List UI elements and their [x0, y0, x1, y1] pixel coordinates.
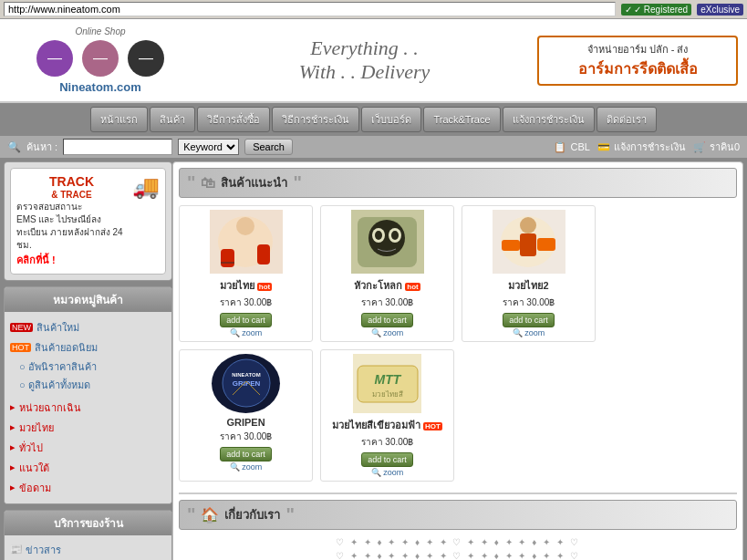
track-block-inner: TRACK & TRACE ตรวจสอบสถานะ EMS และ ไปรษณ… — [10, 168, 166, 275]
products-icon: 🛍 — [201, 175, 215, 192]
cart-info[interactable]: 🛒 ราคิน0 — [693, 139, 740, 155]
promo-top: จำหน่ายอาร์ม ปลัก - ส่ง — [546, 41, 729, 57]
nav-contact[interactable]: ติดต่อเรา — [597, 107, 657, 132]
product-card-3: มวยไทย2 ราคา 30.00฿ add to cart 🔍 zoom — [462, 205, 596, 342]
zoom-link-3[interactable]: 🔍 zoom — [513, 328, 545, 337]
bullet-icon-2: ○ — [19, 379, 26, 390]
add-cart-btn-4[interactable]: add to cart — [220, 447, 272, 461]
cart-icon: 🛒 — [693, 141, 706, 153]
arrow-icon-3: ▸ — [10, 441, 16, 453]
logo-circle-2: — — [82, 40, 119, 77]
cat-new[interactable]: NEW สินค้าใหม่ — [10, 317, 166, 337]
product-price-3: ราคา 30.00฿ — [466, 296, 591, 309]
keyword-select[interactable]: Keyword — [178, 139, 239, 155]
new-badge: NEW — [10, 323, 33, 332]
nav-payment-notify[interactable]: แจ้งการชำระเงิน — [503, 107, 595, 132]
logo-text: Nineatom.com — [9, 80, 192, 94]
svg-rect-1 — [221, 249, 234, 267]
about-icon: 🏠 — [201, 506, 219, 524]
tagline-line1: Everything . . — [192, 36, 537, 60]
track-subtitle: ตรวจสอบสถานะ — [16, 201, 127, 213]
hot-badge-1: hot — [257, 283, 272, 291]
hot-badge: HOT — [10, 343, 31, 352]
main-cat-dam[interactable]: ▸ ข้อดาม — [10, 478, 166, 498]
exclusive-badge: eXclusive — [697, 4, 743, 16]
track-link[interactable]: คลิกที่นี้ ! — [16, 252, 127, 268]
svg-point-3 — [236, 217, 254, 235]
empty-col-2 — [462, 349, 596, 482]
add-cart-btn-3[interactable]: add to cart — [503, 313, 555, 327]
zoom-link-2[interactable]: 🔍 zoom — [371, 328, 404, 337]
svg-rect-14 — [502, 240, 520, 251]
search-button[interactable]: Search — [244, 139, 293, 155]
zoom-link-1[interactable]: 🔍 zoom — [230, 328, 263, 337]
cbl-icon: 📋 — [554, 141, 566, 153]
logo-area: Online Shop — — — Nineatom.com — [9, 26, 192, 94]
add-cart-btn-2[interactable]: add to cart — [361, 313, 413, 327]
track-trace-block: TRACK & TRACE ตรวจสอบสถานะ EMS และ ไปรษณ… — [4, 161, 172, 281]
product-price-4: ราคา 30.00฿ — [183, 430, 308, 443]
zoom-link-5[interactable]: 🔍 zoom — [371, 468, 404, 477]
skull-svg — [353, 213, 421, 272]
main-content: " 🛍 สินค้าแนะนำ " มวยไทย — [172, 161, 743, 560]
payment-notify-link[interactable]: 💳 แจ้งการชำระเงิน — [597, 139, 686, 155]
search-input[interactable] — [63, 139, 172, 155]
nav-payment[interactable]: วิธีการชำระเงิน — [272, 107, 359, 132]
logo-circle-3: — — [128, 40, 164, 77]
product-price-5: ราคา 30.00฿ — [325, 435, 450, 449]
check-icon: ✓ — [625, 5, 632, 15]
product-img-3 — [493, 210, 565, 274]
zoom-link-4[interactable]: 🔍 zoom — [230, 462, 263, 472]
about-quote-left: " — [187, 504, 195, 525]
muaythai2-svg — [494, 213, 563, 272]
about-section: " 🏠 เกี่ยวกับเรา " ♡ ✦ ✦ ♦ ✦ ✦ ♦ ✦ ✦ ♡ ✦… — [179, 493, 737, 560]
product-card-4: NINEATOM GRIPEN GRIPEN ราคา 30.00฿ add t… — [179, 349, 313, 482]
track-logo: TRACK & TRACE — [16, 174, 127, 201]
logo-minus-icon-2: — — [93, 50, 108, 67]
svg-rect-13 — [520, 233, 536, 256]
nav-home[interactable]: หน้าแรก — [90, 107, 148, 132]
nav-webboard[interactable]: เว็บบอร์ด — [361, 107, 421, 132]
add-cart-btn-1[interactable]: add to cart — [220, 313, 272, 327]
main-categories: ▸ หน่วยฉากเฉิน ▸ มวยไทย ▸ ทั่วไป ▸ แนวใต… — [10, 398, 166, 498]
product-grid-row2: NINEATOM GRIPEN GRIPEN ราคา 30.00฿ add t… — [179, 349, 737, 482]
track-info: TRACK & TRACE ตรวจสอบสถานะ EMS และ ไปรษณ… — [16, 174, 127, 268]
product-card-1: มวยไทย hot ราคา 30.00฿ add to cart 🔍 zoo… — [179, 205, 313, 342]
search-magnifier-icon: 🔍 — [7, 140, 21, 153]
arrow-icon-2: ▸ — [10, 421, 16, 433]
browser-bar: http://www.nineatom.com ✓ ✓ Registered e… — [0, 0, 747, 19]
sub-cat-price-update[interactable]: ○ อัพนิราคาสินค้า — [19, 358, 166, 376]
service-news[interactable]: 📰 ข่าวสาร — [10, 541, 166, 559]
product-img-2 — [351, 210, 424, 274]
main-cat-general[interactable]: ▸ ทั่วไป — [10, 438, 166, 458]
product-name-5: มวยไทยสีเขียวอมฟ้า HOT — [325, 417, 450, 433]
sub-categories: ○ อัพนิราคาสินค้า ○ ดูสินค้าทั้งหมด — [10, 358, 166, 394]
promo-main: อาร์มการรีดติดเสื้อ — [546, 57, 729, 80]
product-grid-row1: มวยไทย hot ราคา 30.00฿ add to cart 🔍 zoo… — [179, 205, 737, 342]
main-cat-emergency[interactable]: ▸ หน่วยฉากเฉิน — [10, 398, 166, 418]
product-card-2: หัวกะโหลก hot ราคา 30.00฿ add to cart 🔍 … — [320, 205, 454, 342]
sub-cat-all[interactable]: ○ ดูสินค้าทั้งหมด — [19, 376, 166, 394]
product-img-5: MTT มวยไทยสี — [353, 354, 421, 413]
empty-col-3 — [603, 349, 737, 482]
search-bar: 🔍 ค้นหา : Keyword Search 📋 CBL 💳 แจ้งการ… — [0, 136, 747, 158]
svg-point-12 — [520, 217, 536, 233]
online-shop-label: Online Shop — [9, 26, 192, 36]
add-cart-btn-5[interactable]: add to cart — [361, 452, 413, 467]
cat-hot[interactable]: HOT สินค้ายอดนิยม — [10, 337, 166, 358]
main-cat-muaythai[interactable]: ▸ มวยไทย — [10, 418, 166, 438]
deco-line-2: ♡ ✦ ✦ ♦ ✦ ✦ ♦ ✦ ✦ ♡ ✦ ✦ ♦ ✦ ✦ ♦ ✦ ✦ ♡ — [179, 551, 737, 560]
track-figure-icon: 🚚 — [132, 174, 160, 268]
svg-text:NINEATOM: NINEATOM — [232, 372, 260, 378]
nav-track[interactable]: Track&Trace — [423, 107, 500, 132]
product-img-1 — [210, 210, 283, 274]
nav-order[interactable]: วิธีการสั่งซื้อ — [197, 107, 270, 132]
search-right: 📋 CBL 💳 แจ้งการชำระเงิน 🛒 ราคิน0 — [554, 139, 740, 155]
logo-circles: — — — — [9, 40, 192, 77]
deco-line-1: ♡ ✦ ✦ ♦ ✦ ✦ ♦ ✦ ✦ ♡ ✦ ✦ ♦ ✦ ✦ ♦ ✦ ✦ ♡ — [179, 537, 737, 547]
nav-products[interactable]: สินค้า — [150, 107, 195, 132]
product-img-4: NINEATOM GRIPEN — [212, 354, 280, 413]
main-cat-south[interactable]: ▸ แนวใต้ — [10, 458, 166, 478]
search-label: ค้นหา : — [26, 139, 57, 155]
logo-minus-icon-3: — — [139, 50, 153, 67]
